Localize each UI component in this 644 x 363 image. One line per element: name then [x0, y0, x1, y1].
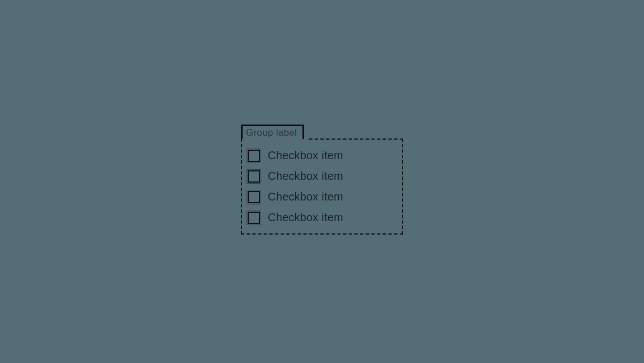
group-label: Group label	[241, 125, 304, 139]
checkbox-item-label: Checkbox item	[268, 211, 343, 224]
group-box: Checkbox item Checkbox item Checkbox ite…	[241, 138, 403, 235]
checkbox-item-label: Checkbox item	[268, 190, 343, 203]
checkbox-group: Group label Checkbox item Checkbox item …	[241, 124, 403, 235]
checkbox-box-icon[interactable]	[248, 150, 260, 162]
checkbox-item-label: Checkbox item	[268, 149, 343, 162]
checkbox-box-icon[interactable]	[248, 212, 260, 224]
checkbox-box-icon[interactable]	[248, 170, 260, 183]
checkbox-item[interactable]: Checkbox item	[248, 207, 395, 228]
checkbox-box-icon[interactable]	[248, 191, 260, 203]
checkbox-item[interactable]: Checkbox item	[248, 166, 395, 187]
checkbox-item-label: Checkbox item	[268, 170, 343, 183]
checkbox-item[interactable]: Checkbox item	[248, 187, 395, 207]
checkbox-item[interactable]: Checkbox item	[248, 145, 395, 166]
